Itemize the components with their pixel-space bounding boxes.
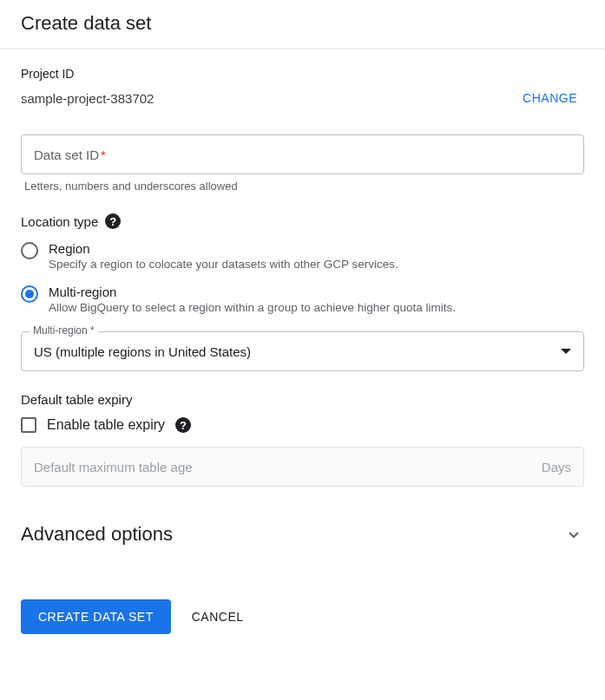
advanced-options-label: Advanced options (21, 523, 173, 546)
dataset-id-input[interactable]: Data set ID* (21, 134, 584, 174)
enable-expiry-row[interactable]: Enable table expiry ? (21, 417, 584, 433)
radio-button-region[interactable] (21, 242, 38, 259)
panel-title: Create data set (0, 0, 605, 49)
expiry-heading: Default table expiry (21, 392, 584, 407)
multiregion-select[interactable]: US (multiple regions in United States) (21, 331, 584, 371)
multiregion-select-value: US (multiple regions in United States) (34, 344, 251, 359)
create-dataset-button[interactable]: CREATE DATA SET (21, 599, 171, 634)
project-id-value: sample-project-383702 (21, 91, 154, 106)
radio-region-label: Region (49, 241, 398, 256)
change-project-button[interactable]: CHANGE (516, 86, 584, 110)
panel-body: Project ID sample-project-383702 CHANGE … (0, 49, 605, 655)
radio-button-multiregion[interactable] (21, 285, 38, 303)
help-icon[interactable]: ? (175, 417, 191, 433)
location-type-label: Location type ? (21, 213, 584, 229)
radio-region[interactable]: Region Specify a region to colocate your… (21, 238, 584, 281)
max-table-age-input[interactable]: Default maximum table age Days (21, 447, 584, 487)
max-table-age-unit: Days (542, 460, 571, 474)
cancel-button[interactable]: CANCEL (188, 603, 247, 631)
required-star: * (101, 147, 106, 162)
advanced-options-toggle[interactable]: Advanced options (21, 507, 584, 561)
caret-down-icon (561, 349, 571, 354)
location-type-text: Location type (21, 214, 98, 229)
enable-expiry-checkbox[interactable] (21, 417, 36, 433)
dataset-id-helper: Letters, numbers and underscores allowed (21, 180, 584, 193)
dataset-id-field: Data set ID* Letters, numbers and unders… (21, 134, 584, 193)
help-icon[interactable]: ? (105, 213, 121, 229)
multiregion-select-legend: Multi-region * (30, 324, 98, 337)
dataset-id-placeholder: Data set ID* (34, 147, 106, 162)
max-table-age-placeholder: Default maximum table age (34, 460, 193, 474)
radio-multiregion-label: Multi-region (49, 285, 456, 299)
footer-actions: CREATE DATA SET CANCEL (21, 599, 584, 634)
chevron-down-icon (563, 524, 584, 545)
project-row: sample-project-383702 CHANGE (21, 86, 584, 110)
project-id-label: Project ID (21, 67, 584, 81)
radio-region-desc: Specify a region to colocate your datase… (49, 258, 398, 271)
multiregion-select-wrap: Multi-region * US (multiple regions in U… (21, 331, 584, 371)
enable-expiry-label: Enable table expiry (47, 417, 165, 433)
radio-multiregion-desc: Allow BigQuery to select a region within… (49, 301, 456, 314)
radio-multiregion[interactable]: Multi-region Allow BigQuery to select a … (21, 281, 584, 324)
